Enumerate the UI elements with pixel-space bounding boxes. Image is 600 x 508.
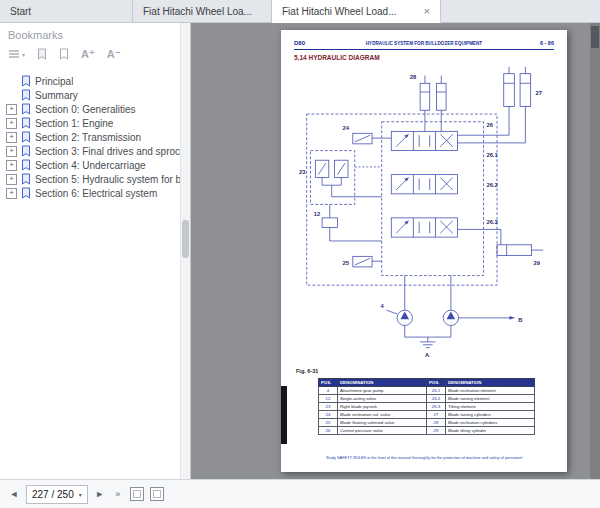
diagram-label: 25	[343, 260, 350, 266]
add-bookmark-icon[interactable]	[37, 48, 47, 60]
tab-document-1[interactable]: Fiat Hitachi Wheel Loa...	[133, 0, 272, 22]
bookmark-item-icon	[21, 89, 31, 101]
font-decrease-icon[interactable]: A⁻	[107, 49, 121, 60]
bookmarks-panel-title: Bookmarks	[0, 22, 190, 44]
expand-plus-icon[interactable]: +	[6, 118, 17, 129]
expand-plus-icon[interactable]: +	[6, 104, 17, 115]
sidebar-item-section-3[interactable]: + Section 3: Final drives and sprocket	[0, 144, 190, 158]
table-header-row: POS. DENOMINATION POS. DENOMINATION	[319, 379, 535, 387]
last-page-button[interactable]: »	[112, 489, 124, 499]
bookmark-item-icon	[21, 117, 31, 129]
previous-page-button[interactable]: ◄	[8, 489, 20, 499]
bookmark-item-label: Principal	[35, 76, 73, 87]
close-tab-icon[interactable]: ×	[424, 6, 430, 17]
expand-plus-icon[interactable]: +	[6, 146, 17, 157]
expand-plus-icon[interactable]: +	[6, 188, 17, 199]
sidebar-item-section-6[interactable]: + Section 6: Electrical system	[0, 186, 190, 200]
expand-plus-icon[interactable]: +	[6, 160, 17, 171]
tab-label: Fiat Hitachi Wheel Loa...	[143, 6, 261, 17]
pos-cell: 28	[427, 419, 446, 427]
section-title: 5.14 HYDRAULIC DIAGRAM	[294, 54, 380, 61]
hamburger-icon	[8, 49, 20, 59]
col-header-denomination: DENOMINATION	[338, 379, 427, 387]
diagram-label: 12	[314, 211, 320, 217]
safety-footer-note: Study SAFETY RULES in the front of this …	[289, 455, 559, 460]
document-scrollbar-thumb[interactable]	[591, 26, 599, 48]
pos-cell: 4	[319, 387, 338, 395]
fit-page-view-icon[interactable]	[150, 487, 164, 501]
font-increase-icon[interactable]: A⁺	[81, 49, 95, 60]
chevron-down-icon[interactable]: ▾	[79, 491, 82, 498]
header-rule	[294, 49, 554, 50]
bookmark-item-icon	[21, 187, 31, 199]
expand-plus-icon[interactable]: +	[6, 174, 17, 185]
bookmark-item-label: Summary	[35, 90, 78, 101]
denomination-cell: Single-acting valve	[338, 395, 427, 403]
denomination-cell: Blade raising element	[446, 395, 535, 403]
sidebar-scrollbar-thumb[interactable]	[182, 220, 189, 258]
diagram-label: A	[425, 352, 429, 358]
sidebar-item-section-0[interactable]: + Section 0: Generalities	[0, 102, 190, 116]
diagram-label: 26.2	[486, 182, 497, 188]
sidebar-item-summary[interactable]: Summary	[0, 88, 190, 102]
table-row: 23 Right blade joystick 26.3 Tilting ele…	[319, 403, 535, 411]
denomination-cell: Blade inclination cylinders	[446, 419, 535, 427]
single-page-view-icon[interactable]	[130, 487, 144, 501]
bookmark-item-icon	[21, 145, 31, 157]
pos-cell: 26	[319, 427, 338, 435]
pos-cell: 29	[427, 427, 446, 435]
diagram-label: 26.3	[486, 219, 497, 225]
tab-label: Start	[10, 6, 122, 17]
col-header-pos: POS.	[319, 379, 338, 387]
legend-table: POS. DENOMINATION POS. DENOMINATION 4 At…	[318, 378, 535, 435]
bookmark-item-icon	[21, 173, 31, 185]
table-row: 26 Control pressure valve 29 Blade tilti…	[319, 427, 535, 435]
diagram-label: 24	[343, 125, 350, 131]
document-scrollbar[interactable]	[590, 22, 600, 480]
bookmark-item-label: Section 2: Transmission	[35, 132, 141, 143]
bookmark-item-label: Section 1: Engine	[35, 118, 113, 129]
expand-plus-icon[interactable]: +	[6, 132, 17, 143]
sidebar-item-principal[interactable]: Principal	[0, 74, 190, 88]
chevron-down-icon: ▾	[22, 51, 25, 58]
bookmark-item-icon	[21, 75, 31, 87]
page-header-title: HYDRAULIC SYSTEM FOR BULLDOZER EQUIPMENT	[319, 41, 529, 46]
denomination-cell: Blade raising cylinders	[446, 411, 535, 419]
pos-cell: 24	[319, 411, 338, 419]
pos-cell: 26.2	[427, 395, 446, 403]
page-number-input[interactable]: 227 / 250 ▾	[26, 485, 88, 504]
diagram-label: 4	[380, 303, 384, 309]
col-header-pos: POS.	[427, 379, 446, 387]
tab-document-2-active[interactable]: Fiat Hitachi Wheel Load... ×	[272, 0, 441, 23]
bookmark-item-label: Section 6: Electrical system	[35, 188, 157, 199]
bookmark-item-label: Section 5: Hydraulic system for bulldoz	[35, 174, 190, 185]
denomination-cell: Tilting element	[446, 403, 535, 411]
sidebar-scrollbar[interactable]	[180, 22, 190, 480]
sidebar-item-section-1[interactable]: + Section 1: Engine	[0, 116, 190, 130]
panel-menu-icon[interactable]: ▾	[8, 49, 25, 59]
sidebar-item-section-4[interactable]: + Section 4: Undercarriage	[0, 158, 190, 172]
print-spine-mark	[281, 386, 287, 444]
bookmark-item-icon	[21, 131, 31, 143]
bookmark-icon[interactable]	[59, 48, 69, 60]
pos-cell: 23	[319, 403, 338, 411]
tab-start[interactable]: Start	[0, 0, 133, 22]
doc-code: D80	[294, 40, 305, 46]
denomination-cell: Attachment gear pump	[338, 387, 427, 395]
bookmark-item-label: Section 4: Undercarriage	[35, 160, 146, 171]
denomination-cell: Blade inclination element	[446, 387, 535, 395]
bookmarks-tree: Principal Summary + Section 0: Generalit…	[0, 68, 190, 200]
denomination-cell: Right blade joystick	[338, 403, 427, 411]
next-page-button[interactable]: ►	[94, 489, 106, 499]
sidebar-item-section-2[interactable]: + Section 2: Transmission	[0, 130, 190, 144]
denomination-cell: Blade tilting cylinder	[446, 427, 535, 435]
tab-bar: Start Fiat Hitachi Wheel Loa... Fiat Hit…	[0, 0, 600, 23]
status-bar: ◄ 227 / 250 ▾ ► »	[0, 479, 600, 508]
bookmarks-panel: Bookmarks ▾ A⁺ A⁻ Principal Summary + Se…	[0, 22, 191, 480]
denomination-cell: Blade inclination sol. valve	[338, 411, 427, 419]
pos-cell: 26.3	[427, 403, 446, 411]
sidebar-item-section-5[interactable]: + Section 5: Hydraulic system for bulldo…	[0, 172, 190, 186]
page-reference: 6 - 86	[540, 40, 554, 46]
diagram-label: 23	[299, 169, 305, 175]
diagram-label: B	[518, 317, 522, 323]
